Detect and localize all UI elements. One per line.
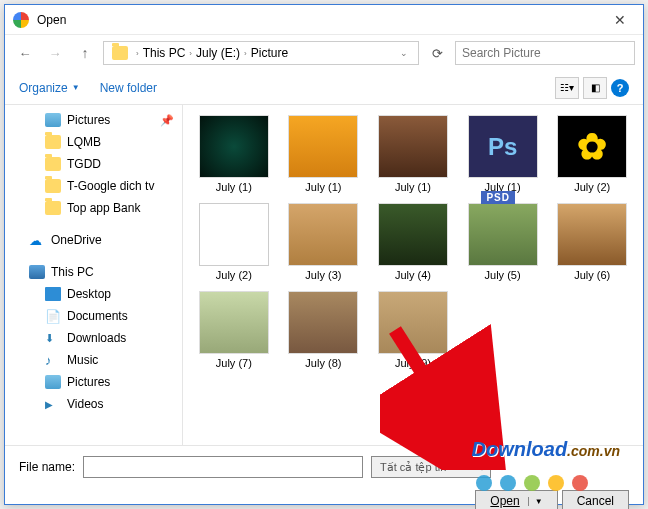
file-label: July (9) (395, 357, 431, 369)
new-folder-button[interactable]: New folder (100, 81, 157, 95)
file-item[interactable]: July (9) (370, 289, 456, 371)
file-label: July (7) (216, 357, 252, 369)
cancel-button[interactable]: Cancel (562, 490, 629, 509)
toolbar: Organize ▼ New folder ☷▾ ◧ ? (5, 71, 643, 105)
chevron-right-icon: › (189, 49, 192, 58)
downloads-icon (45, 331, 61, 345)
filename-label: File name: (19, 460, 75, 474)
thumbnail (378, 291, 448, 354)
file-label: July (8) (305, 357, 341, 369)
sidebar-label: T-Google dich tv (67, 179, 154, 193)
sidebar-item-pictures[interactable]: Pictures📌 (5, 109, 182, 131)
pictures-icon (45, 375, 61, 389)
thumbnail (557, 115, 627, 178)
file-item[interactable]: July (1) (370, 113, 456, 195)
file-item[interactable]: July (1) (191, 113, 277, 195)
up-button[interactable]: ↑ (73, 41, 97, 65)
file-label: July (6) (574, 269, 610, 281)
close-button[interactable]: ✕ (605, 5, 635, 35)
videos-icon (45, 397, 61, 411)
sidebar-item-music[interactable]: Music (5, 349, 182, 371)
file-label: July (1) (305, 181, 341, 193)
thumbnail (378, 115, 448, 178)
title-bar: Open ✕ (5, 5, 643, 35)
file-item[interactable]: July (2) (191, 201, 277, 283)
breadcrumb-dropdown[interactable]: ⌄ (394, 48, 414, 58)
organize-button[interactable]: Organize ▼ (19, 81, 80, 95)
breadcrumb[interactable]: › This PC › July (E:) › Picture ⌄ (103, 41, 419, 65)
chevron-right-icon: › (136, 49, 139, 58)
back-button[interactable]: ← (13, 41, 37, 65)
file-label: July (5) (485, 269, 521, 281)
crumb-thispc[interactable]: This PC (143, 46, 186, 60)
sidebar-label: OneDrive (51, 233, 102, 247)
sidebar-item-pictures2[interactable]: Pictures (5, 371, 182, 393)
file-item[interactable]: July (1) (460, 113, 546, 195)
sidebar-item-onedrive[interactable]: ☁OneDrive (5, 229, 182, 251)
file-item[interactable]: July (4) (370, 201, 456, 283)
folder-icon (45, 135, 61, 149)
sidebar-item-desktop[interactable]: Desktop (5, 283, 182, 305)
preview-pane-button[interactable]: ◧ (583, 77, 607, 99)
sidebar-item-videos[interactable]: Videos (5, 393, 182, 415)
open-button[interactable]: Open▼ (475, 490, 557, 509)
sidebar-label: Top app Bank (67, 201, 140, 215)
thumbnail (288, 291, 358, 354)
sidebar-item-documents[interactable]: Documents (5, 305, 182, 327)
thumbnail (378, 203, 448, 266)
nav-bar: ← → ↑ › This PC › July (E:) › Picture ⌄ … (5, 35, 643, 71)
refresh-button[interactable]: ⟳ (425, 41, 449, 65)
sidebar-item-tgdd[interactable]: TGDD (5, 153, 182, 175)
sidebar-label: Pictures (67, 113, 110, 127)
file-list: July (1)July (1)July (1)July (1)July (2)… (183, 105, 643, 379)
file-label: July (1) (395, 181, 431, 193)
thumbnail (199, 203, 269, 266)
main-area: Pictures📌 LQMB TGDD T-Google dich tv Top… (5, 105, 643, 445)
thumbnail (468, 115, 538, 178)
help-button[interactable]: ? (611, 79, 629, 97)
file-item[interactable]: July (8) (281, 289, 367, 371)
folder-icon (45, 157, 61, 171)
view-mode-button[interactable]: ☷▾ (555, 77, 579, 99)
thispc-icon (29, 265, 45, 279)
sidebar-item-lqmb[interactable]: LQMB (5, 131, 182, 153)
thumbnail (468, 203, 538, 266)
music-icon (45, 353, 61, 367)
file-item[interactable]: July (6) (549, 201, 635, 283)
filename-input[interactable] (83, 456, 363, 478)
search-input[interactable] (455, 41, 635, 65)
folder-icon (45, 179, 61, 193)
window-title: Open (37, 13, 605, 27)
sidebar-item-topapp[interactable]: Top app Bank (5, 197, 182, 219)
file-label: July (1) (216, 181, 252, 193)
sidebar-label: Desktop (67, 287, 111, 301)
sidebar-label: TGDD (67, 157, 101, 171)
sidebar-item-thispc[interactable]: This PC (5, 261, 182, 283)
file-label: July (2) (574, 181, 610, 193)
pictures-icon (45, 113, 61, 127)
sidebar-label: Music (67, 353, 98, 367)
crumb-drive[interactable]: July (E:) (196, 46, 240, 60)
file-item[interactable]: July (3) (281, 201, 367, 283)
sidebar-item-downloads[interactable]: Downloads (5, 327, 182, 349)
file-item[interactable]: July (7) (191, 289, 277, 371)
sidebar-item-google[interactable]: T-Google dich tv (5, 175, 182, 197)
file-label: July (2) (216, 269, 252, 281)
sidebar-label: Videos (67, 397, 103, 411)
sidebar-label: Pictures (67, 375, 110, 389)
forward-button[interactable]: → (43, 41, 67, 65)
file-item[interactable]: July (1) (281, 113, 367, 195)
psd-badge: PSD (481, 191, 515, 204)
thumbnail (288, 115, 358, 178)
crumb-folder[interactable]: Picture (251, 46, 288, 60)
file-label: July (3) (305, 269, 341, 281)
sidebar-label: Documents (67, 309, 128, 323)
chevron-down-icon: ▼ (72, 83, 80, 92)
file-type-filter[interactable]: Tất cả tệp tin (371, 456, 491, 478)
thumbnail (288, 203, 358, 266)
sidebar: Pictures📌 LQMB TGDD T-Google dich tv Top… (5, 105, 183, 445)
file-item[interactable]: July (5) (460, 201, 546, 283)
documents-icon (45, 309, 61, 323)
file-item[interactable]: July (2) (549, 113, 635, 195)
chevron-right-icon: › (244, 49, 247, 58)
